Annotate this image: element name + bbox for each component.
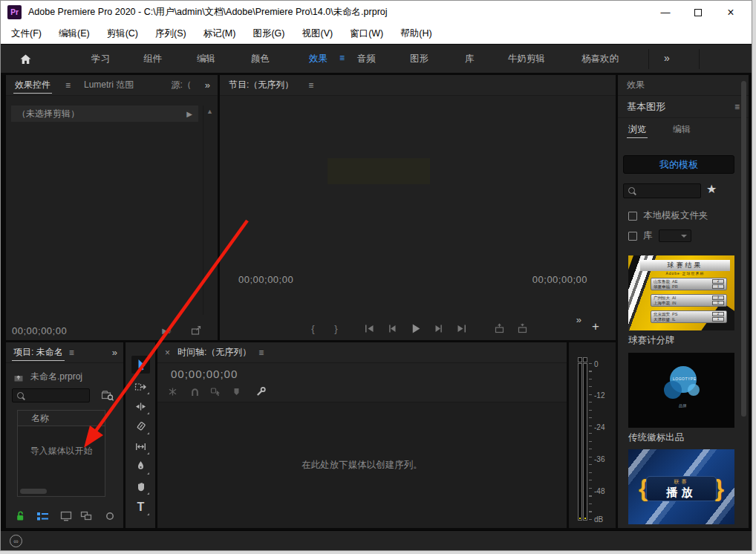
tab-lumetri-scopes[interactable]: Lumetri 范围 xyxy=(82,75,135,97)
timeline-close-icon[interactable]: × xyxy=(165,348,170,358)
home-button[interactable] xyxy=(13,50,38,68)
menu-graphics[interactable]: 图形(G) xyxy=(247,27,290,40)
menu-help[interactable]: 帮助(H) xyxy=(394,27,437,40)
workspace-overflow-chevron[interactable]: » xyxy=(664,52,670,64)
menu-window[interactable]: 窗口(W) xyxy=(344,27,389,40)
go-to-in-button[interactable] xyxy=(364,322,376,334)
creative-cloud-icon[interactable]: ∞ xyxy=(10,535,22,547)
menu-edit[interactable]: 编辑(E) xyxy=(53,27,96,40)
track-select-forward-tool[interactable] xyxy=(131,377,150,395)
template-thumbnail-game[interactable]: { } 联赛 播放 xyxy=(628,449,734,524)
essential-graphics-scrollbar[interactable] xyxy=(741,81,746,417)
project-writable-lock-icon[interactable] xyxy=(13,510,27,522)
minimize-button[interactable]: — xyxy=(649,1,682,24)
tab-effect-controls[interactable]: 效果控件 xyxy=(13,75,52,97)
tab-edit[interactable]: 编辑 xyxy=(671,118,692,141)
workspace-tab-learning[interactable]: 学习 xyxy=(91,53,110,65)
scroll-up-icon[interactable]: ▲ xyxy=(206,108,213,115)
type-tool[interactable]: T xyxy=(131,498,150,516)
mark-in-button[interactable]: { xyxy=(307,322,319,334)
export-frame-icon[interactable] xyxy=(191,325,201,336)
tab-timeline[interactable]: 时间轴:（无序列） xyxy=(176,342,252,364)
search-bin-icon[interactable] xyxy=(101,389,114,402)
menu-view[interactable]: 视图(V) xyxy=(296,27,339,40)
audio-meter[interactable]: 0 -12 -24 -36 -48 dB xyxy=(569,342,616,528)
essential-graphics-menu-icon[interactable]: ≡ xyxy=(734,102,740,112)
workspace-tab-assembly[interactable]: 组件 xyxy=(143,53,162,65)
workspace-menu-icon[interactable]: ≡ xyxy=(339,53,345,63)
zoom-slider-knob[interactable] xyxy=(103,510,117,522)
workspace-tab-custom-1[interactable]: 牛奶剪辑 xyxy=(508,53,545,65)
project-search-box[interactable] xyxy=(12,388,90,403)
libraries-dropdown[interactable] xyxy=(659,229,691,242)
play-button[interactable] xyxy=(410,322,422,334)
razor-tool[interactable] xyxy=(131,417,150,435)
pen-tool[interactable] xyxy=(131,457,150,475)
tab-project[interactable]: 项目: 未命名 xyxy=(12,342,65,364)
transport-overflow-chevron[interactable]: » xyxy=(576,314,581,325)
workspace-tab-color[interactable]: 颜色 xyxy=(251,53,270,65)
workspace-tab-graphics[interactable]: 图形 xyxy=(410,53,428,65)
extract-button[interactable] xyxy=(517,322,529,334)
project-panel-menu-icon[interactable]: ≡ xyxy=(69,348,74,358)
selection-tool[interactable] xyxy=(131,356,150,374)
button-editor-add-icon[interactable]: + xyxy=(592,319,599,334)
menu-sequence[interactable]: 序列(S) xyxy=(149,27,192,40)
timeline-panel-menu-icon[interactable]: ≡ xyxy=(258,348,264,358)
libraries-filter[interactable]: 库 xyxy=(628,229,691,242)
template-thumbnail-scoreboard[interactable]: 球赛结果 Adobe·足球世界杯 山东鲁能AE2 华夏幸福PR1 广州恒大AI3… xyxy=(628,255,734,330)
expand-right-icon[interactable]: ▶ xyxy=(186,110,192,118)
tab-program-monitor[interactable]: 节目:（无序列） xyxy=(227,75,295,97)
favorites-star-icon[interactable]: ★ xyxy=(706,182,717,196)
menu-markers[interactable]: 标记(M) xyxy=(198,27,242,40)
play-audio-icon[interactable]: ▶♪ xyxy=(162,327,172,335)
menu-file[interactable]: 文件(F) xyxy=(5,27,48,40)
list-view-icon[interactable] xyxy=(36,510,49,522)
nest-sequence-icon[interactable] xyxy=(166,385,178,397)
workspace-tab-effects[interactable]: 效果 xyxy=(309,53,328,65)
timeline-timecode[interactable]: 00;00;00;00 xyxy=(171,368,238,380)
template-card-game[interactable]: { } 联赛 播放 游戏开场 xyxy=(628,449,734,528)
tab-effects[interactable]: 效果 xyxy=(625,75,646,97)
template-card-scoreboard[interactable]: 球赛结果 Adobe·足球世界杯 山东鲁能AE2 华夏幸福PR1 广州恒大AI3… xyxy=(628,255,734,347)
snap-magnet-icon[interactable] xyxy=(189,385,201,397)
go-to-out-button[interactable] xyxy=(456,322,468,334)
project-column-header[interactable]: 名称 xyxy=(18,411,105,426)
timeline-settings-wrench-icon[interactable] xyxy=(255,385,267,397)
project-file-row[interactable]: 未命名.prproj xyxy=(13,371,82,383)
effect-controls-timecode[interactable]: 00;00;00;00 xyxy=(12,325,67,336)
add-marker-icon[interactable] xyxy=(230,385,242,397)
project-overflow-chevron[interactable]: » xyxy=(112,347,117,358)
linked-selection-icon[interactable] xyxy=(209,385,221,397)
project-search-input[interactable] xyxy=(28,391,85,401)
libraries-checkbox[interactable] xyxy=(628,232,637,241)
ripple-edit-tool[interactable] xyxy=(131,397,150,415)
tab-source-monitor[interactable]: 源:（ xyxy=(169,75,192,97)
freeform-view-icon[interactable] xyxy=(80,510,94,522)
tab-browse[interactable]: 浏览 xyxy=(627,118,648,141)
navigate-up-icon[interactable] xyxy=(13,372,25,382)
icon-view-icon[interactable] xyxy=(59,510,73,522)
mark-out-button[interactable]: } xyxy=(330,322,342,334)
local-templates-filter[interactable]: 本地模板文件夹 xyxy=(628,209,708,222)
template-search-input[interactable] xyxy=(639,186,697,196)
template-card-logo[interactable]: LOGOTYPE 品牌 传统徽标出品 xyxy=(628,353,734,444)
timeline-drop-zone[interactable]: 在此处放下媒体以创建序列。 xyxy=(157,402,567,528)
program-current-timecode[interactable]: 00;00;00;00 xyxy=(238,274,293,285)
step-forward-button[interactable] xyxy=(433,322,445,334)
slip-tool[interactable] xyxy=(131,437,150,455)
close-button[interactable]: × xyxy=(714,1,747,24)
step-back-button[interactable] xyxy=(387,322,399,334)
effect-controls-scrollbar[interactable]: ▲ xyxy=(203,105,218,315)
template-thumbnail-logo[interactable]: LOGOTYPE 品牌 xyxy=(628,353,734,428)
template-search-box[interactable] xyxy=(623,183,701,198)
maximize-button[interactable] xyxy=(682,1,714,24)
workspace-tab-custom-2[interactable]: 杨喜欢的 xyxy=(581,53,619,65)
local-templates-checkbox[interactable] xyxy=(628,212,637,221)
template-library-dropdown[interactable]: 我的模板 xyxy=(623,155,734,174)
hand-tool[interactable] xyxy=(131,478,150,495)
lift-button[interactable] xyxy=(494,322,506,334)
program-panel-menu-icon[interactable]: ≡ xyxy=(308,80,313,91)
workspace-tab-libraries[interactable]: 库 xyxy=(465,53,475,65)
workspace-tab-editing[interactable]: 编辑 xyxy=(197,53,215,65)
